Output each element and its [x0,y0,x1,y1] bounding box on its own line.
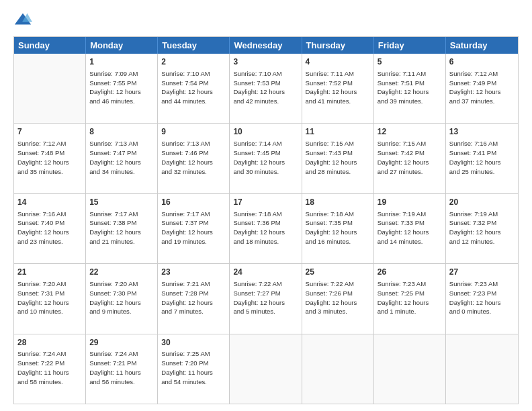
day-number: 28 [17,337,82,349]
calendar-cell [14,54,86,123]
day-number: 8 [89,126,154,138]
day-number: 6 [449,56,515,68]
calendar-cell: 12Sunrise: 7:15 AM Sunset: 7:42 PM Dayli… [374,124,446,193]
calendar-cell: 28Sunrise: 7:24 AM Sunset: 7:22 PM Dayli… [14,334,86,404]
day-number: 14 [17,197,82,208]
day-number: 15 [89,197,154,208]
calendar-cell: 27Sunrise: 7:23 AM Sunset: 7:23 PM Dayli… [446,264,518,333]
day-number: 26 [378,267,442,278]
day-info: Sunrise: 7:13 AM Sunset: 7:46 PM Dayligh… [161,139,226,176]
calendar-cell: 4Sunrise: 7:11 AM Sunset: 7:52 PM Daylig… [302,54,374,123]
day-info: Sunrise: 7:18 AM Sunset: 7:36 PM Dayligh… [233,210,298,246]
day-number: 20 [449,197,515,208]
day-info: Sunrise: 7:16 AM Sunset: 7:41 PM Dayligh… [449,139,515,176]
day-number: 21 [17,267,82,278]
calendar-cell: 3Sunrise: 7:10 AM Sunset: 7:53 PM Daylig… [230,54,302,123]
calendar-cell: 10Sunrise: 7:14 AM Sunset: 7:45 PM Dayli… [230,124,302,193]
day-number: 2 [161,56,226,68]
day-info: Sunrise: 7:11 AM Sunset: 7:51 PM Dayligh… [378,69,442,106]
day-number: 27 [449,267,515,278]
day-number: 12 [378,126,442,138]
calendar-cell: 13Sunrise: 7:16 AM Sunset: 7:41 PM Dayli… [446,124,518,193]
header-day-friday: Friday [374,37,446,54]
logo [13,11,35,30]
day-number: 9 [161,126,226,138]
day-info: Sunrise: 7:19 AM Sunset: 7:33 PM Dayligh… [378,210,442,246]
day-number: 17 [233,197,298,208]
day-info: Sunrise: 7:17 AM Sunset: 7:37 PM Dayligh… [161,210,226,246]
day-info: Sunrise: 7:10 AM Sunset: 7:53 PM Dayligh… [233,69,298,106]
day-info: Sunrise: 7:21 AM Sunset: 7:28 PM Dayligh… [161,279,226,316]
day-info: Sunrise: 7:17 AM Sunset: 7:38 PM Dayligh… [89,210,154,246]
calendar-cell: 23Sunrise: 7:21 AM Sunset: 7:28 PM Dayli… [158,264,230,333]
calendar-header: SundayMondayTuesdayWednesdayThursdayFrid… [14,37,518,54]
calendar-row: 14Sunrise: 7:16 AM Sunset: 7:40 PM Dayli… [14,193,518,263]
day-number: 25 [306,267,370,278]
day-number: 22 [89,267,154,278]
calendar-row: 28Sunrise: 7:24 AM Sunset: 7:22 PM Dayli… [14,334,518,404]
calendar-cell: 1Sunrise: 7:09 AM Sunset: 7:55 PM Daylig… [86,54,158,123]
day-info: Sunrise: 7:23 AM Sunset: 7:25 PM Dayligh… [378,279,442,316]
day-number: 23 [161,267,226,278]
day-info: Sunrise: 7:15 AM Sunset: 7:43 PM Dayligh… [306,139,370,176]
day-info: Sunrise: 7:22 AM Sunset: 7:27 PM Dayligh… [233,279,298,316]
calendar-cell: 25Sunrise: 7:22 AM Sunset: 7:26 PM Dayli… [302,264,374,333]
day-info: Sunrise: 7:10 AM Sunset: 7:54 PM Dayligh… [161,69,226,106]
day-info: Sunrise: 7:23 AM Sunset: 7:23 PM Dayligh… [449,279,515,316]
calendar-cell: 6Sunrise: 7:12 AM Sunset: 7:49 PM Daylig… [446,54,518,123]
day-number: 24 [233,267,298,278]
header [13,11,519,30]
calendar-cell: 2Sunrise: 7:10 AM Sunset: 7:54 PM Daylig… [158,54,230,123]
day-number: 1 [89,56,154,68]
calendar-cell [446,334,518,404]
day-number: 30 [161,337,226,349]
header-day-wednesday: Wednesday [230,37,302,54]
day-info: Sunrise: 7:22 AM Sunset: 7:26 PM Dayligh… [306,279,370,316]
day-number: 5 [378,56,442,68]
day-info: Sunrise: 7:09 AM Sunset: 7:55 PM Dayligh… [89,69,154,106]
day-number: 19 [378,197,442,208]
day-info: Sunrise: 7:12 AM Sunset: 7:48 PM Dayligh… [17,139,82,176]
day-number: 13 [449,126,515,138]
header-day-sunday: Sunday [14,37,86,54]
calendar-cell: 18Sunrise: 7:18 AM Sunset: 7:35 PM Dayli… [302,194,374,263]
day-info: Sunrise: 7:18 AM Sunset: 7:35 PM Dayligh… [306,210,370,246]
calendar-body: 1Sunrise: 7:09 AM Sunset: 7:55 PM Daylig… [14,54,518,404]
calendar-cell: 26Sunrise: 7:23 AM Sunset: 7:25 PM Dayli… [374,264,446,333]
logo-icon [13,11,32,30]
calendar: SundayMondayTuesdayWednesdayThursdayFrid… [13,36,519,404]
day-info: Sunrise: 7:16 AM Sunset: 7:40 PM Dayligh… [17,210,82,246]
calendar-cell [302,334,374,404]
calendar-cell: 24Sunrise: 7:22 AM Sunset: 7:27 PM Dayli… [230,264,302,333]
day-info: Sunrise: 7:20 AM Sunset: 7:31 PM Dayligh… [17,279,82,316]
page: SundayMondayTuesdayWednesdayThursdayFrid… [0,0,532,411]
day-info: Sunrise: 7:12 AM Sunset: 7:49 PM Dayligh… [449,69,515,106]
header-day-thursday: Thursday [302,37,374,54]
header-day-monday: Monday [86,37,158,54]
calendar-cell: 7Sunrise: 7:12 AM Sunset: 7:48 PM Daylig… [14,124,86,193]
header-day-tuesday: Tuesday [158,37,230,54]
calendar-cell: 11Sunrise: 7:15 AM Sunset: 7:43 PM Dayli… [302,124,374,193]
day-info: Sunrise: 7:25 AM Sunset: 7:20 PM Dayligh… [161,349,226,386]
calendar-cell: 21Sunrise: 7:20 AM Sunset: 7:31 PM Dayli… [14,264,86,333]
calendar-cell: 15Sunrise: 7:17 AM Sunset: 7:38 PM Dayli… [86,194,158,263]
day-number: 7 [17,126,82,138]
day-number: 29 [89,337,154,349]
calendar-cell: 17Sunrise: 7:18 AM Sunset: 7:36 PM Dayli… [230,194,302,263]
day-info: Sunrise: 7:15 AM Sunset: 7:42 PM Dayligh… [378,139,442,176]
day-number: 18 [306,197,370,208]
day-info: Sunrise: 7:14 AM Sunset: 7:45 PM Dayligh… [233,139,298,176]
calendar-row: 1Sunrise: 7:09 AM Sunset: 7:55 PM Daylig… [14,54,518,123]
day-info: Sunrise: 7:20 AM Sunset: 7:30 PM Dayligh… [89,279,154,316]
calendar-cell: 29Sunrise: 7:24 AM Sunset: 7:21 PM Dayli… [86,334,158,404]
calendar-cell [374,334,446,404]
day-number: 10 [233,126,298,138]
day-info: Sunrise: 7:13 AM Sunset: 7:47 PM Dayligh… [89,139,154,176]
day-info: Sunrise: 7:24 AM Sunset: 7:21 PM Dayligh… [89,349,154,386]
calendar-cell: 22Sunrise: 7:20 AM Sunset: 7:30 PM Dayli… [86,264,158,333]
calendar-cell [230,334,302,404]
calendar-cell: 16Sunrise: 7:17 AM Sunset: 7:37 PM Dayli… [158,194,230,263]
calendar-cell: 30Sunrise: 7:25 AM Sunset: 7:20 PM Dayli… [158,334,230,404]
calendar-cell: 8Sunrise: 7:13 AM Sunset: 7:47 PM Daylig… [86,124,158,193]
day-number: 4 [306,56,370,68]
